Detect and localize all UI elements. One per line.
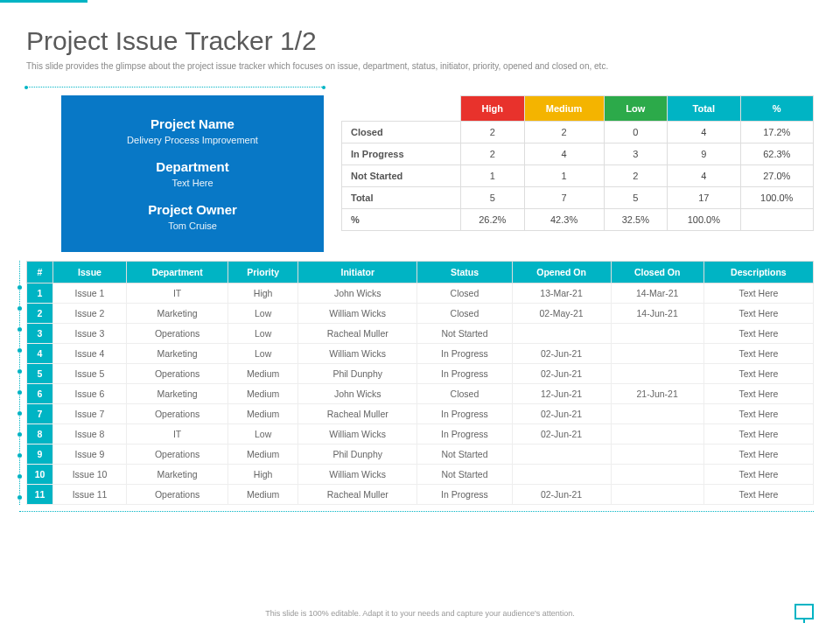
issues-cell: Phil Dunphy [298, 444, 417, 465]
rail-dot [18, 474, 22, 479]
department-value: Text Here [70, 178, 315, 188]
summary-cell: 2 [524, 122, 604, 144]
issues-cell: Text Here [704, 485, 813, 505]
col-low: Low [604, 96, 667, 122]
table-row: 8Issue 8ITLowWilliam WicksIn Progress02-… [27, 424, 814, 444]
issues-cell: 6 [27, 384, 53, 404]
issues-cell: Text Here [704, 444, 813, 465]
issues-cell: 14-Jun-21 [611, 304, 704, 324]
summary-table-wrap: High Medium Low Total % Closed220417.2%I… [341, 95, 814, 252]
rail-dot [18, 495, 22, 500]
issues-cell [512, 324, 611, 344]
issues-cell: In Progress [417, 485, 512, 505]
issues-cell: Text Here [704, 304, 813, 324]
issues-cell: Medium [228, 485, 298, 505]
issues-cell: 21-Jun-21 [611, 384, 704, 404]
summary-cell: 42.3% [524, 209, 604, 231]
issues-cell: Issue 2 [53, 304, 127, 324]
table-row: 2Issue 2MarketingLowWilliam WicksClosed0… [27, 304, 814, 324]
issues-cell: Issue 4 [53, 344, 127, 364]
issues-col-header: Descriptions [704, 262, 813, 284]
summary-row-label: Total [342, 187, 461, 209]
issues-cell: 13-Mar-21 [512, 284, 611, 304]
issues-cell: William Wicks [298, 424, 417, 444]
issues-cell: IT [126, 284, 228, 304]
page-title: Project Issue Tracker 1/2 [26, 26, 814, 56]
project-info-card: Project Name Delivery Process Improvemen… [61, 95, 324, 252]
issues-cell: Issue 10 [53, 465, 127, 485]
rail-dot [18, 327, 22, 332]
table-row: 11Issue 11OperationsMediumRacheal Muller… [27, 485, 814, 505]
issues-cell: Low [228, 344, 298, 364]
summary-row-label: Not Started [342, 165, 461, 187]
issues-cell: 11 [27, 485, 53, 505]
rail-dot [18, 285, 22, 290]
summary-cell: 62.3% [740, 144, 813, 165]
issues-col-header: Issue [53, 262, 127, 284]
issues-cell: Medium [228, 364, 298, 384]
rail-dot [18, 348, 22, 353]
issues-cell [611, 404, 704, 424]
issues-cell: 2 [27, 304, 53, 324]
issues-cell: In Progress [417, 404, 512, 424]
project-name-label: Project Name [70, 116, 315, 131]
table-row: 4Issue 4MarketingLowWilliam WicksIn Prog… [27, 344, 814, 364]
issues-cell: John Wicks [298, 384, 417, 404]
issues-cell: William Wicks [298, 304, 417, 324]
rail-dot [18, 390, 22, 395]
issues-cell [611, 424, 704, 444]
issues-cell: 7 [27, 404, 53, 424]
summary-cell: 5 [461, 187, 524, 209]
issues-cell: Operations [126, 485, 228, 505]
issues-cell: 02-Jun-21 [512, 404, 611, 424]
issues-cell: 02-Jun-21 [512, 344, 611, 364]
issues-cell: High [228, 284, 298, 304]
issues-cell: Operations [126, 444, 228, 465]
issues-col-header: Initiator [298, 262, 417, 284]
issues-cell: 12-Jun-21 [512, 384, 611, 404]
summary-cell: 2 [604, 165, 667, 187]
issues-col-header: # [27, 262, 53, 284]
issues-cell: 14-Mar-21 [611, 284, 704, 304]
issues-cell: Issue 5 [53, 364, 127, 384]
issues-cell: Medium [228, 384, 298, 404]
issues-cell: 9 [27, 444, 53, 465]
issues-cell [512, 465, 611, 485]
summary-cell: 4 [524, 144, 604, 165]
page-subtitle: This slide provides the glimpse about th… [26, 61, 814, 71]
issues-cell: Closed [417, 384, 512, 404]
issues-cell: 10 [27, 465, 53, 485]
issues-cell: Not Started [417, 444, 512, 465]
issues-cell: In Progress [417, 424, 512, 444]
table-row: 9Issue 9OperationsMediumPhil DunphyNot S… [27, 444, 814, 465]
issues-cell: John Wicks [298, 284, 417, 304]
issues-cell: Marketing [126, 465, 228, 485]
summary-row-label: Closed [342, 122, 461, 144]
issues-cell: Operations [126, 404, 228, 424]
issues-cell: Medium [228, 444, 298, 465]
issues-cell [512, 444, 611, 465]
summary-cell: 1 [524, 165, 604, 187]
issues-cell: 02-Jun-21 [512, 364, 611, 384]
table-row: 7Issue 7OperationsMediumRacheal MullerIn… [27, 404, 814, 424]
summary-cell: 0 [604, 122, 667, 144]
summary-cell: 26.2% [461, 209, 524, 231]
issues-cell: William Wicks [298, 344, 417, 364]
issues-cell: Low [228, 424, 298, 444]
issues-cell: 02-Jun-21 [512, 485, 611, 505]
issues-cell [611, 465, 704, 485]
issues-cell: Racheal Muller [298, 404, 417, 424]
issues-col-header: Opened On [512, 262, 611, 284]
summary-cell: 9 [668, 144, 740, 165]
issues-table: #IssueDepartmentPriorityInitiatorStatusO… [26, 261, 814, 505]
summary-table: High Medium Low Total % Closed220417.2%I… [341, 95, 814, 231]
table-row: 3Issue 3OperationsLowRacheal MullerNot S… [27, 324, 814, 344]
rail-dot [18, 411, 22, 416]
issues-cell: Issue 8 [53, 424, 127, 444]
issues-cell: Text Here [704, 424, 813, 444]
owner-label: Project Owner [70, 202, 315, 217]
issues-cell [611, 485, 704, 505]
summary-cell: 17.2% [740, 122, 813, 144]
issues-cell: Low [228, 304, 298, 324]
summary-cell: 3 [604, 144, 667, 165]
